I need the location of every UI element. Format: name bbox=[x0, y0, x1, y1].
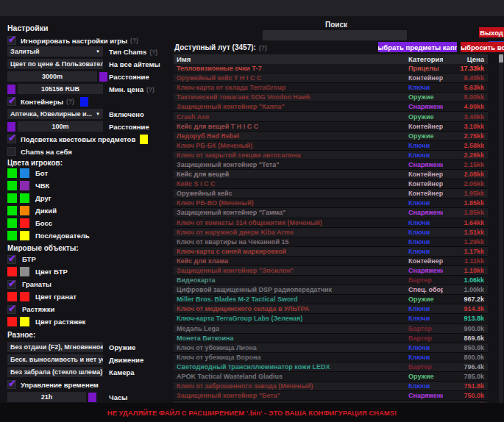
table-row[interactable]: Ключ от закрытой секции автосалонаКлючи2… bbox=[174, 151, 488, 160]
color-mode-dropdown[interactable]: Цвет по цене & Пользователь ▼ bbox=[7, 59, 103, 69]
color-swatch[interactable] bbox=[7, 181, 17, 190]
column-header-price[interactable]: Цена bbox=[443, 55, 488, 63]
color-swatch[interactable] bbox=[7, 193, 17, 203]
item-name: Ключ от закрытой секции автосалона bbox=[174, 151, 408, 159]
table-row[interactable]: Ключ-карта TerraGroup Labs (Зеленая)Ключ… bbox=[174, 314, 488, 323]
table-row[interactable]: Цифровой защищенный DSP радиопередатчикС… bbox=[174, 285, 488, 295]
containers-color-swatch[interactable] bbox=[80, 97, 88, 107]
table-row[interactable]: Защищенный контейнер "Гамма"Снаряжение1.… bbox=[174, 208, 488, 218]
color-swatch[interactable] bbox=[20, 267, 29, 276]
table-row[interactable]: Ключ от убежища ВоронаКлючи800.0k bbox=[174, 353, 488, 362]
table-row[interactable]: Оружейный кейсКонтейнеры1.95kk bbox=[174, 189, 488, 199]
item-price: 967.2k bbox=[443, 296, 488, 303]
table-row[interactable]: Медаль LegaБартер900.0k bbox=[174, 324, 488, 334]
loot-types-value: Аптечка, Ювелирные и... bbox=[10, 110, 92, 118]
quest-highlight-checkbox[interactable] bbox=[7, 135, 16, 143]
item-name: Тактический томагавк SOG Voodoo Hawk bbox=[174, 93, 408, 101]
color-swatch[interactable] bbox=[7, 218, 17, 228]
table-row[interactable]: Ключ от медицинского склада в УЛЬТРАКлюч… bbox=[174, 304, 488, 314]
camera-dropdown[interactable]: Без забрала (стекло шлема) ▼ bbox=[7, 367, 103, 377]
color-swatch[interactable] bbox=[7, 267, 17, 276]
item-category: Контейнеры bbox=[408, 123, 443, 130]
table-row[interactable]: ВидеокартаБартер1.06kk bbox=[174, 276, 488, 285]
table-row[interactable]: Miller Bros. Blades M-2 Tactical SwordОр… bbox=[174, 295, 488, 304]
item-name: Ключ от комнаты 314 общежития (Меченый) bbox=[174, 219, 408, 226]
table-row[interactable]: Ключ РБ-БК (Меченый)Ключи2.58kk bbox=[174, 141, 488, 151]
table-row[interactable]: Защищенный контейнер "Эпсилон"Снаряжение… bbox=[174, 266, 488, 276]
table-row[interactable]: Ключ от убежища ЛионаКлючи850.0k bbox=[174, 343, 488, 353]
color-swatch[interactable] bbox=[20, 317, 29, 326]
table-row[interactable]: Ключ от комнаты 314 общежития (Меченый)К… bbox=[174, 218, 488, 228]
weapon-row: Без отдачи (F2), Мгновенное п ▼ Оружие bbox=[7, 342, 103, 352]
table-row[interactable]: Ключ-карта от склада TerraGroupКлючи5.63… bbox=[174, 83, 488, 93]
world-object-row: Цвет растяжек bbox=[7, 315, 85, 328]
item-name: Тепловизионные очки Т-7 bbox=[174, 65, 408, 72]
table-row[interactable]: Ключ от наружной двери Kiba ArmsКлючи1.5… bbox=[174, 228, 488, 237]
exit-button[interactable]: Выход bbox=[479, 27, 504, 37]
table-row[interactable]: Монета БиткоинаБартер869.6k bbox=[174, 334, 488, 343]
table-row[interactable]: Кейс для вещейКонтейнеры2.08kk bbox=[174, 170, 488, 179]
table-row[interactable]: APOK Tactical Wasteland GladiusОружие785… bbox=[174, 372, 488, 382]
table-row[interactable]: Тепловизионные очки Т-7Прицелы17.33kk bbox=[174, 64, 488, 74]
loot-types-dropdown[interactable]: Аптечка, Ювелирные и... ▼ bbox=[7, 109, 103, 119]
table-row[interactable]: Ключ-карта с синей маркировкойКлючи1.17k… bbox=[174, 247, 488, 257]
min-price-color-swatch[interactable] bbox=[7, 85, 15, 94]
color-swatch[interactable] bbox=[20, 206, 29, 215]
world-object-checkbox[interactable] bbox=[7, 255, 16, 264]
chevron-down-icon: ▼ bbox=[96, 49, 100, 54]
color-swatch[interactable] bbox=[20, 218, 29, 228]
table-row[interactable]: Ледоруб Red RebelОружие2.75kk bbox=[174, 132, 488, 141]
color-swatch[interactable] bbox=[7, 292, 17, 301]
table-row[interactable]: Ключ от заброшенного завода (Меченый)Клю… bbox=[174, 382, 488, 391]
chams-type-dropdown[interactable]: Залитый ▼ bbox=[7, 46, 103, 57]
world-object-checkbox[interactable] bbox=[7, 305, 16, 314]
item-price: 2.58kk bbox=[443, 142, 488, 149]
color-swatch[interactable] bbox=[7, 231, 17, 240]
table-row[interactable]: Ключ от квартиры на Чеканной 15Ключи1.29… bbox=[174, 237, 488, 247]
loot-distance-input[interactable]: 100m bbox=[18, 121, 103, 132]
column-header-name[interactable]: Имя bbox=[174, 55, 408, 63]
discard-all-button[interactable]: Выбросить все bbox=[461, 42, 504, 52]
time-control-checkbox[interactable] bbox=[7, 380, 16, 389]
color-swatch[interactable] bbox=[20, 231, 29, 240]
table-row[interactable]: Защищенный контейнер "Каппа"Снаряжение4.… bbox=[174, 102, 488, 112]
ignore-game-settings-checkbox[interactable] bbox=[7, 36, 16, 45]
chams-self-checkbox[interactable] bbox=[7, 147, 16, 156]
select-kappa-items-button[interactable]: Выбрать предметы каппа bbox=[378, 42, 457, 52]
item-price: 1.10kk bbox=[443, 267, 488, 274]
movement-dropdown[interactable]: Беск. выносливость и нет уста ▼ bbox=[7, 354, 103, 365]
table-row[interactable]: Светодиодный трансиллюминатор кожи LEDXБ… bbox=[174, 362, 488, 372]
table-row[interactable]: Защищенный контейнер "Тета"Снаряжение2.1… bbox=[174, 160, 488, 170]
world-object-checkbox[interactable] bbox=[7, 280, 16, 289]
distance-input[interactable]: 3000m bbox=[7, 71, 97, 82]
table-row[interactable]: Кейс S I C CКонтейнеры2.05kk bbox=[174, 179, 488, 189]
search-input[interactable] bbox=[263, 30, 407, 40]
color-swatch[interactable] bbox=[20, 193, 29, 203]
table-row[interactable]: Тактический томагавк SOG Voodoo HawkОруж… bbox=[174, 93, 488, 102]
loot-distance-color-swatch[interactable] bbox=[7, 122, 15, 132]
hours-color-swatch[interactable] bbox=[88, 393, 96, 402]
containers-checkbox[interactable] bbox=[7, 97, 16, 106]
weapon-dropdown[interactable]: Без отдачи (F2), Мгновенное п ▼ bbox=[7, 342, 103, 352]
table-row[interactable]: Ключ РБ-ВО (Меченый)Ключи1.85kk bbox=[174, 199, 488, 208]
item-category: Ключи bbox=[408, 229, 443, 236]
table-row[interactable]: Кейс для хламаКонтейнеры1.11kk bbox=[174, 257, 488, 266]
table-row[interactable]: Crash AxeОружие3.40kk bbox=[174, 112, 488, 121]
color-swatch[interactable] bbox=[20, 292, 29, 301]
color-swatch[interactable] bbox=[7, 206, 17, 215]
color-swatch[interactable] bbox=[20, 168, 29, 178]
world-object-label: Гранаты bbox=[22, 280, 52, 288]
distance-color-swatch[interactable] bbox=[99, 72, 107, 82]
hours-input[interactable]: 21h bbox=[7, 392, 86, 402]
column-header-category[interactable]: Категория bbox=[408, 55, 443, 63]
scrollbar-thumb[interactable] bbox=[499, 54, 503, 62]
table-row[interactable]: Кейс для вещей T H I C CКонтейнеры3.10kk bbox=[174, 122, 488, 132]
quest-color-swatch[interactable] bbox=[140, 135, 148, 144]
table-row[interactable]: Защищенный контейнер "Бета"Снаряжение750… bbox=[174, 391, 488, 401]
table-row[interactable]: Оружейный кейс T H I C CКонтейнеры8.40kk bbox=[174, 74, 488, 83]
color-swatch[interactable] bbox=[7, 168, 17, 178]
min-price-input[interactable]: 105156 RUB bbox=[18, 84, 103, 94]
table-scrollbar[interactable] bbox=[499, 54, 503, 403]
color-swatch[interactable] bbox=[20, 181, 29, 190]
color-swatch[interactable] bbox=[7, 317, 17, 326]
